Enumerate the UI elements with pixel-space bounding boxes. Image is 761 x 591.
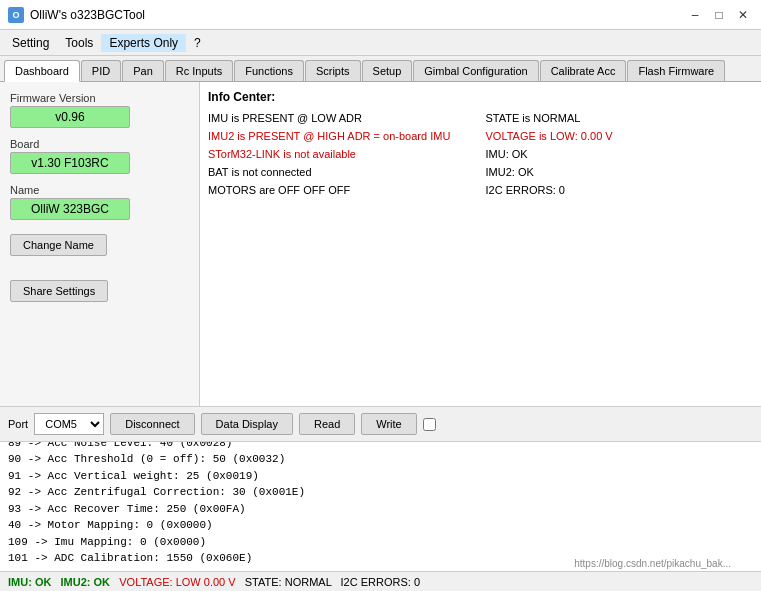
tab-setup[interactable]: Setup (362, 60, 413, 81)
share-btn-area: Share Settings (10, 276, 189, 302)
menu-tools[interactable]: Tools (57, 34, 101, 52)
main-content: Dashboard PID Pan Rc Inputs Functions Sc… (0, 56, 761, 591)
minimize-button[interactable]: – (685, 6, 705, 24)
info-item-0: IMU is PRESENT @ LOW ADR (208, 112, 476, 124)
info-grid: IMU is PRESENT @ LOW ADR STATE is NORMAL… (208, 112, 753, 196)
tab-scripts[interactable]: Scripts (305, 60, 361, 81)
tabs-row: Dashboard PID Pan Rc Inputs Functions Sc… (0, 56, 761, 82)
tab-calibrate-acc[interactable]: Calibrate Acc (540, 60, 627, 81)
title-bar: O OlliW's o323BGCTool – □ ✕ (0, 0, 761, 30)
maximize-button[interactable]: □ (709, 6, 729, 24)
board-value: v1.30 F103RC (10, 152, 130, 174)
status-text: IMU: OK IMU2: OK VOLTAGE: LOW 0.00 V STA… (8, 576, 420, 588)
firmware-label: Firmware Version (10, 92, 189, 104)
info-item-4: STorM32-LINK is not available (208, 148, 476, 160)
change-name-button[interactable]: Change Name (10, 234, 107, 256)
checkbox-area (423, 418, 436, 431)
board-group: Board v1.30 F103RC (10, 138, 189, 174)
window-title: OlliW's o323BGCTool (30, 8, 685, 22)
menu-bar: Setting Tools Experts Only ? (0, 30, 761, 56)
log-line: 93 -> Acc Recover Time: 250 (0x00FA) (8, 501, 753, 518)
log-line: 90 -> Acc Threshold (0 = off): 50 (0x003… (8, 451, 753, 468)
write-button[interactable]: Write (361, 413, 416, 435)
info-item-8: MOTORS are OFF OFF OFF (208, 184, 476, 196)
tab-flash-firmware[interactable]: Flash Firmware (627, 60, 725, 81)
tab-rc-inputs[interactable]: Rc Inputs (165, 60, 233, 81)
disconnect-button[interactable]: Disconnect (110, 413, 194, 435)
port-label: Port (8, 418, 28, 430)
menu-setting[interactable]: Setting (4, 34, 57, 52)
left-panel: Firmware Version v0.96 Board v1.30 F103R… (0, 82, 200, 406)
data-display-button[interactable]: Data Display (201, 413, 293, 435)
window-controls: – □ ✕ (685, 6, 753, 24)
tab-dashboard[interactable]: Dashboard (4, 60, 80, 82)
app-icon: O (8, 7, 24, 23)
name-group: Name OlliW 323BGC (10, 184, 189, 220)
tab-functions[interactable]: Functions (234, 60, 304, 81)
log-line: 91 -> Acc Vertical weight: 25 (0x0019) (8, 468, 753, 485)
log-line: 109 -> Imu Mapping: 0 (0x0000) (8, 534, 753, 551)
content-area: Firmware Version v0.96 Board v1.30 F103R… (0, 82, 761, 406)
name-label: Name (10, 184, 189, 196)
log-area[interactable]: 84 -> Imu Acc Threshold (0 = off): 25 (0… (0, 441, 761, 571)
log-line: 40 -> Motor Mapping: 0 (0x0000) (8, 517, 753, 534)
status-bar: IMU: OK IMU2: OK VOLTAGE: LOW 0.00 V STA… (0, 571, 761, 591)
info-item-2: IMU2 is PRESENT @ HIGH ADR = on-board IM… (208, 130, 476, 142)
board-label: Board (10, 138, 189, 150)
name-value: OlliW 323BGC (10, 198, 130, 220)
read-button[interactable]: Read (299, 413, 355, 435)
info-item-1: STATE is NORMAL (486, 112, 754, 124)
info-item-9: I2C ERRORS: 0 (486, 184, 754, 196)
option-checkbox[interactable] (423, 418, 436, 431)
log-line: 89 -> Acc Noise Level: 40 (0x0028) (8, 441, 753, 451)
share-settings-button[interactable]: Share Settings (10, 280, 108, 302)
port-select[interactable]: COM5 (34, 413, 104, 435)
tab-gimbal-config[interactable]: Gimbal Configuration (413, 60, 538, 81)
firmware-value: v0.96 (10, 106, 130, 128)
info-center-title: Info Center: (208, 90, 753, 104)
firmware-group: Firmware Version v0.96 (10, 92, 189, 128)
tab-pan[interactable]: Pan (122, 60, 164, 81)
menu-experts-only[interactable]: Experts Only (101, 34, 186, 52)
info-item-3: VOLTAGE is LOW: 0.00 V (486, 130, 754, 142)
log-line: 92 -> Acc Zentrifugal Correction: 30 (0x… (8, 484, 753, 501)
menu-help[interactable]: ? (186, 34, 209, 52)
close-button[interactable]: ✕ (733, 6, 753, 24)
bottom-controls: Port COM5 Disconnect Data Display Read W… (0, 406, 761, 441)
tab-pid[interactable]: PID (81, 60, 121, 81)
info-item-7: IMU2: OK (486, 166, 754, 178)
info-item-6: BAT is not connected (208, 166, 476, 178)
info-item-5: IMU: OK (486, 148, 754, 160)
right-panel: Info Center: IMU is PRESENT @ LOW ADR ST… (200, 82, 761, 406)
log-line: 101 -> ADC Calibration: 1550 (0x060E) (8, 550, 753, 567)
